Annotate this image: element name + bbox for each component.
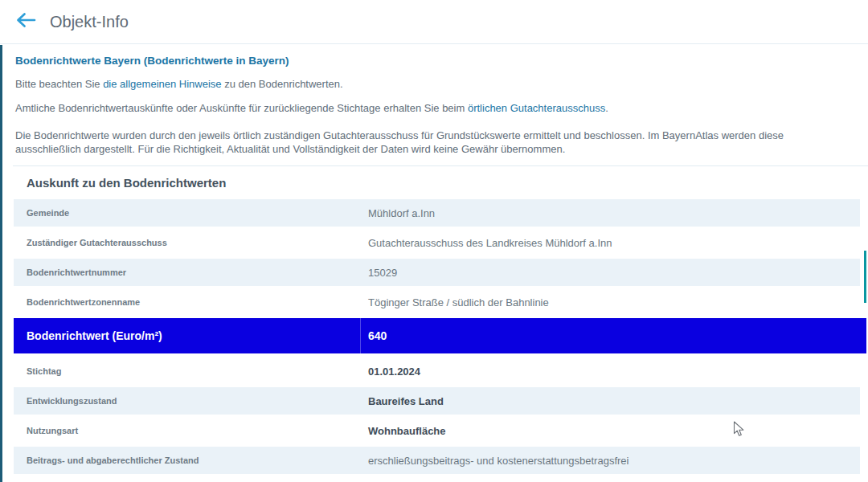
scrollbar-thumb[interactable] (864, 251, 866, 303)
hint-text-end: zu den Bodenrichtwerten. (222, 78, 343, 90)
table-row: Stichtag 01.01.2024 (14, 357, 860, 385)
row-value: Töginger Straße / südlich der Bahnlinie (368, 296, 860, 308)
row-value: Gutachterausschuss des Landkreises Mühld… (368, 237, 860, 249)
hint-paragraph: Bitte beachten Sie die allgemeinen Hinwe… (15, 77, 845, 91)
layer-title: Bodenrichtwerte Bayern (Bodenrichtwerte … (15, 55, 845, 67)
header-bar: Objekt-Info (0, 0, 868, 44)
official-info-paragraph: Amtliche Bodenrichtwertauskünfte oder Au… (15, 101, 845, 115)
row-label: Entwicklungszustand (27, 396, 368, 406)
section-divider (13, 165, 868, 166)
row-label: Gemeinde (27, 208, 368, 218)
row-label: Stichtag (27, 366, 368, 376)
back-button[interactable] (14, 12, 37, 31)
table-row: Zuständiger Gutachterausschuss Gutachter… (14, 229, 860, 256)
back-arrow-icon (15, 11, 36, 32)
disclaimer-paragraph: Die Bodenrichtwerte wurden durch den jew… (15, 129, 845, 156)
general-hints-link[interactable]: die allgemeinen Hinweise (103, 78, 221, 90)
row-value: 15029 (368, 267, 860, 279)
table-row: Nutzungsart Wohnbaufläche (14, 417, 860, 444)
row-value: Mühldorf a.Inn (368, 207, 860, 219)
table-heading: Auskunft zu den Bodenrichtwerten (27, 176, 868, 190)
row-value: Baureifes Land (368, 395, 860, 407)
table-row: Bodenrichtwertzonenname Töginger Straße … (14, 288, 860, 316)
row-value: Wohnbaufläche (368, 425, 860, 437)
table-row: Beitrags- und abgaberechtlicher Zustand … (14, 447, 860, 474)
row-label: Bodenrichtwertnummer (27, 268, 368, 277)
attribute-table: Gemeinde Mühldorf a.Inn Zuständiger Guta… (14, 199, 868, 474)
row-label: Nutzungsart (27, 426, 368, 435)
table-row: Bodenrichtwertnummer 15029 (14, 259, 860, 286)
table-row: Entwicklungszustand Baureifes Land (14, 387, 860, 415)
row-label: Bodenrichtwert (Euro/m²) (27, 329, 368, 342)
table-row: Bodenrichtwert (Euro/m²) 640 (14, 318, 866, 353)
row-label: Zuständiger Gutachterausschuss (27, 238, 368, 247)
row-label: Beitrags- und abgaberechtlicher Zustand (27, 455, 368, 465)
row-value: 640 (368, 329, 866, 342)
row-value: erschließungsbeitrags- und kostenerstatt… (368, 455, 860, 467)
gutachterausschuss-link[interactable]: örtlichen Gutachterausschuss (468, 102, 605, 114)
content-panel: Bodenrichtwerte Bayern (Bodenrichtwerte … (0, 45, 868, 482)
page-title: Objekt-Info (50, 13, 129, 31)
official-info-text: Amtliche Bodenrichtwertauskünfte oder Au… (15, 102, 468, 114)
objekt-info-panel: Objekt-Info Bodenrichtwerte Bayern (Bode… (0, 0, 868, 482)
official-info-text-end: . (605, 102, 608, 114)
hint-text: Bitte beachten Sie (15, 78, 103, 90)
row-label: Bodenrichtwertzonenname (27, 297, 368, 307)
intro-section: Bodenrichtwerte Bayern (Bodenrichtwerte … (13, 55, 868, 156)
table-row: Gemeinde Mühldorf a.Inn (14, 199, 860, 227)
row-value: 01.01.2024 (368, 366, 860, 378)
